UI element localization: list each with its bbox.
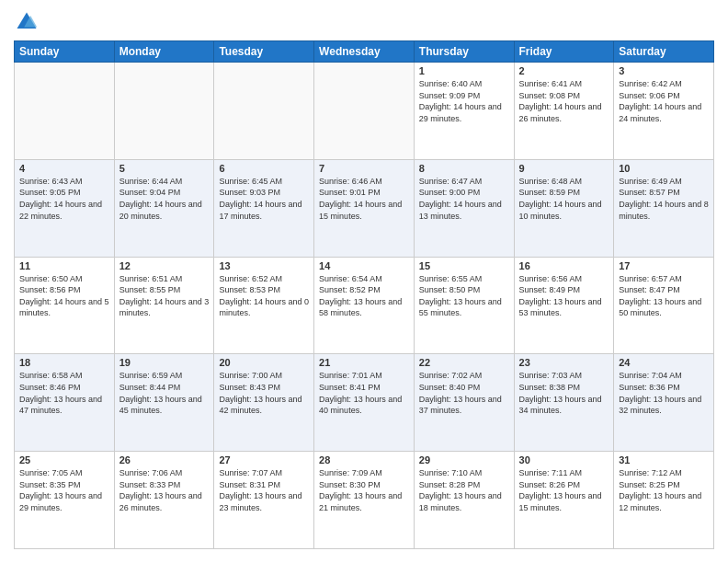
calendar-cell: 16Sunrise: 6:56 AM Sunset: 8:49 PM Dayli… [514,257,614,354]
day-info: Sunrise: 6:49 AM Sunset: 8:57 PM Dayligh… [619,176,709,222]
calendar-week-row: 11Sunrise: 6:50 AM Sunset: 8:56 PM Dayli… [15,257,714,354]
day-info: Sunrise: 6:47 AM Sunset: 9:00 PM Dayligh… [419,176,509,222]
calendar-header-thursday: Thursday [414,41,514,63]
day-number: 21 [319,357,409,368]
calendar-table: SundayMondayTuesdayWednesdayThursdayFrid… [14,40,714,549]
day-info: Sunrise: 6:42 AM Sunset: 9:06 PM Dayligh… [619,78,709,124]
day-number: 1 [419,65,509,76]
calendar-cell: 15Sunrise: 6:55 AM Sunset: 8:50 PM Dayli… [414,257,514,354]
day-info: Sunrise: 7:04 AM Sunset: 8:36 PM Dayligh… [619,370,709,416]
calendar-cell [214,63,314,160]
day-number: 2 [519,65,609,76]
calendar-cell: 24Sunrise: 7:04 AM Sunset: 8:36 PM Dayli… [614,354,714,452]
calendar-header-wednesday: Wednesday [314,41,415,63]
day-number: 28 [319,454,409,465]
calendar-cell: 20Sunrise: 7:00 AM Sunset: 8:43 PM Dayli… [214,354,314,452]
day-number: 11 [19,260,109,271]
calendar-cell: 4Sunrise: 6:43 AM Sunset: 9:05 PM Daylig… [15,159,115,257]
calendar-cell: 10Sunrise: 6:49 AM Sunset: 8:57 PM Dayli… [614,159,714,257]
day-number: 22 [419,357,509,368]
day-number: 20 [219,357,309,368]
calendar-cell: 2Sunrise: 6:41 AM Sunset: 9:08 PM Daylig… [514,63,614,160]
day-number: 30 [519,454,609,465]
page: SundayMondayTuesdayWednesdayThursdayFrid… [0,0,728,563]
calendar-cell: 30Sunrise: 7:11 AM Sunset: 8:26 PM Dayli… [514,452,614,549]
calendar-cell [314,63,415,160]
day-info: Sunrise: 6:52 AM Sunset: 8:53 PM Dayligh… [219,273,309,319]
day-info: Sunrise: 6:48 AM Sunset: 8:59 PM Dayligh… [519,176,609,222]
day-info: Sunrise: 6:41 AM Sunset: 9:08 PM Dayligh… [519,78,609,124]
calendar-cell: 11Sunrise: 6:50 AM Sunset: 8:56 PM Dayli… [15,257,115,354]
day-number: 3 [619,65,709,76]
calendar-cell: 12Sunrise: 6:51 AM Sunset: 8:55 PM Dayli… [114,257,214,354]
day-info: Sunrise: 6:59 AM Sunset: 8:44 PM Dayligh… [119,370,210,416]
day-info: Sunrise: 7:12 AM Sunset: 8:25 PM Dayligh… [619,467,709,513]
day-info: Sunrise: 6:57 AM Sunset: 8:47 PM Dayligh… [619,273,709,319]
day-number: 7 [319,163,409,174]
day-number: 16 [519,260,609,271]
day-info: Sunrise: 6:58 AM Sunset: 8:46 PM Dayligh… [19,370,109,416]
calendar-header-row: SundayMondayTuesdayWednesdayThursdayFrid… [15,41,714,63]
day-info: Sunrise: 7:11 AM Sunset: 8:26 PM Dayligh… [519,467,609,513]
day-info: Sunrise: 6:46 AM Sunset: 9:01 PM Dayligh… [319,176,409,222]
calendar-cell: 9Sunrise: 6:48 AM Sunset: 8:59 PM Daylig… [514,159,614,257]
day-number: 5 [119,163,210,174]
day-info: Sunrise: 6:43 AM Sunset: 9:05 PM Dayligh… [19,176,109,222]
day-info: Sunrise: 6:40 AM Sunset: 9:09 PM Dayligh… [419,78,509,124]
day-number: 8 [419,163,509,174]
calendar-cell: 7Sunrise: 6:46 AM Sunset: 9:01 PM Daylig… [314,159,415,257]
calendar-cell: 25Sunrise: 7:05 AM Sunset: 8:35 PM Dayli… [15,452,115,549]
calendar-cell: 13Sunrise: 6:52 AM Sunset: 8:53 PM Dayli… [214,257,314,354]
calendar-cell [114,63,214,160]
calendar-cell: 8Sunrise: 6:47 AM Sunset: 9:00 PM Daylig… [414,159,514,257]
day-number: 19 [119,357,210,368]
calendar-cell: 19Sunrise: 6:59 AM Sunset: 8:44 PM Dayli… [114,354,214,452]
day-number: 6 [219,163,309,174]
day-info: Sunrise: 7:10 AM Sunset: 8:28 PM Dayligh… [419,467,509,513]
calendar-cell: 29Sunrise: 7:10 AM Sunset: 8:28 PM Dayli… [414,452,514,549]
calendar-cell: 28Sunrise: 7:09 AM Sunset: 8:30 PM Dayli… [314,452,415,549]
day-number: 14 [319,260,409,271]
header [14,9,714,35]
calendar-header-tuesday: Tuesday [214,41,314,63]
day-info: Sunrise: 7:03 AM Sunset: 8:38 PM Dayligh… [519,370,609,416]
day-number: 31 [619,454,709,465]
day-info: Sunrise: 6:50 AM Sunset: 8:56 PM Dayligh… [19,273,109,319]
day-info: Sunrise: 6:51 AM Sunset: 8:55 PM Dayligh… [119,273,210,319]
day-number: 26 [119,454,210,465]
calendar-cell: 3Sunrise: 6:42 AM Sunset: 9:06 PM Daylig… [614,63,714,160]
calendar-cell: 27Sunrise: 7:07 AM Sunset: 8:31 PM Dayli… [214,452,314,549]
day-number: 29 [419,454,509,465]
day-number: 15 [419,260,509,271]
day-info: Sunrise: 7:02 AM Sunset: 8:40 PM Dayligh… [419,370,509,416]
logo-icon [14,9,40,35]
calendar-cell: 22Sunrise: 7:02 AM Sunset: 8:40 PM Dayli… [414,354,514,452]
day-info: Sunrise: 7:05 AM Sunset: 8:35 PM Dayligh… [19,467,109,513]
calendar-cell: 18Sunrise: 6:58 AM Sunset: 8:46 PM Dayli… [15,354,115,452]
day-number: 27 [219,454,309,465]
day-number: 12 [119,260,210,271]
day-number: 18 [19,357,109,368]
calendar-cell: 14Sunrise: 6:54 AM Sunset: 8:52 PM Dayli… [314,257,415,354]
logo [14,9,43,35]
calendar-header-saturday: Saturday [614,41,714,63]
day-number: 9 [519,163,609,174]
day-info: Sunrise: 7:01 AM Sunset: 8:41 PM Dayligh… [319,370,409,416]
day-number: 4 [19,163,109,174]
calendar-cell: 5Sunrise: 6:44 AM Sunset: 9:04 PM Daylig… [114,159,214,257]
day-info: Sunrise: 6:45 AM Sunset: 9:03 PM Dayligh… [219,176,309,222]
day-number: 10 [619,163,709,174]
calendar-cell: 23Sunrise: 7:03 AM Sunset: 8:38 PM Dayli… [514,354,614,452]
day-info: Sunrise: 7:09 AM Sunset: 8:30 PM Dayligh… [319,467,409,513]
day-info: Sunrise: 7:06 AM Sunset: 8:33 PM Dayligh… [119,467,210,513]
day-number: 24 [619,357,709,368]
calendar-header-friday: Friday [514,41,614,63]
calendar-cell: 17Sunrise: 6:57 AM Sunset: 8:47 PM Dayli… [614,257,714,354]
day-info: Sunrise: 6:56 AM Sunset: 8:49 PM Dayligh… [519,273,609,319]
calendar-cell: 1Sunrise: 6:40 AM Sunset: 9:09 PM Daylig… [414,63,514,160]
day-number: 17 [619,260,709,271]
calendar-week-row: 1Sunrise: 6:40 AM Sunset: 9:09 PM Daylig… [15,63,714,160]
day-info: Sunrise: 6:55 AM Sunset: 8:50 PM Dayligh… [419,273,509,319]
calendar-header-sunday: Sunday [15,41,115,63]
calendar-cell: 6Sunrise: 6:45 AM Sunset: 9:03 PM Daylig… [214,159,314,257]
